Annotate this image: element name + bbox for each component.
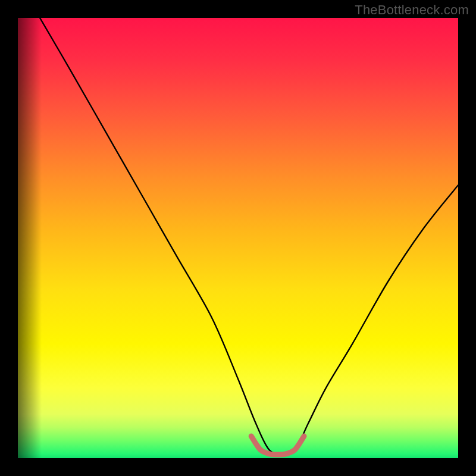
curve-svg (18, 18, 458, 458)
chart-frame: TheBottleneck.com (0, 0, 476, 476)
bottleneck-curve-path (40, 18, 458, 454)
plot-area (18, 18, 458, 458)
watermark-text: TheBottleneck.com (355, 2, 469, 18)
plateau-marker-path (251, 436, 304, 455)
